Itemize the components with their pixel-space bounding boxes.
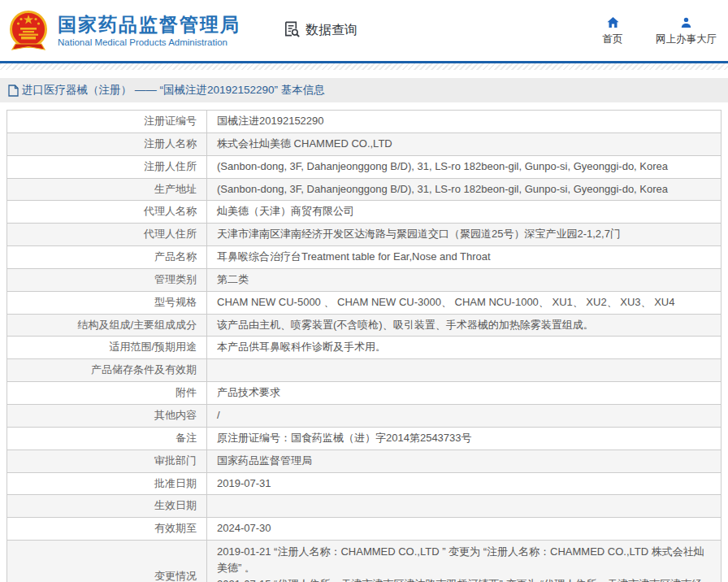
row-value: 第二类 bbox=[207, 268, 722, 291]
row-value: (Sanbon-dong, 3F, Dahanjeonggong B/D), 3… bbox=[207, 155, 722, 178]
home-icon bbox=[606, 15, 620, 29]
data-query-icon bbox=[283, 20, 301, 41]
site-header: 国家药品监督管理局 National Medical Products Admi… bbox=[0, 0, 728, 61]
user-icon bbox=[679, 15, 693, 29]
table-row: 注册证编号国械注进20192152290 bbox=[7, 111, 722, 133]
row-value bbox=[207, 495, 722, 518]
row-value: 2024-07-30 bbox=[207, 518, 722, 541]
table-row: 批准日期2019-07-31 bbox=[7, 472, 722, 495]
row-value: 灿美德（天津）商贸有限公司 bbox=[207, 201, 722, 224]
row-label: 注册人名称 bbox=[7, 132, 207, 155]
table-row: 附件产品技术要求 bbox=[7, 382, 722, 405]
table-row: 变更情况2019-01-21 “注册人名称：CHAMMED CO.,LTD ” … bbox=[7, 541, 722, 582]
table-row: 代理人住所天津市津南区津南经济开发区达海路与聚园道交口（聚园道25号）深宝产业园… bbox=[7, 224, 722, 246]
row-label: 附件 bbox=[7, 382, 207, 405]
site-title-block: 国家药品监督管理局 National Medical Products Admi… bbox=[58, 14, 240, 47]
row-value: (Sanbon-dong, 3F, Dahanjeonggong B/D), 3… bbox=[207, 178, 722, 201]
row-label: 结构及组成/主要组成成分 bbox=[7, 314, 207, 337]
table-row: 备注原注册证编号：国食药监械（进）字2014第2543733号 bbox=[7, 427, 722, 450]
row-label: 变更情况 bbox=[7, 541, 207, 582]
row-value: 国械注进20192152290 bbox=[207, 111, 722, 133]
row-label: 审批部门 bbox=[7, 450, 207, 472]
site-title-cn: 国家药品监督管理局 bbox=[58, 14, 240, 35]
nav-service-hall[interactable]: 网上办事大厅 bbox=[656, 15, 717, 46]
row-label: 代理人住所 bbox=[7, 224, 207, 246]
table-row: 产品储存条件及有效期 bbox=[7, 359, 722, 382]
row-value: 国家药品监督管理局 bbox=[207, 450, 722, 472]
row-label: 生效日期 bbox=[7, 495, 207, 518]
header-right-nav: 首页 网上办事大厅 bbox=[599, 15, 717, 46]
row-label: 批准日期 bbox=[7, 472, 207, 495]
table-row: 管理类别第二类 bbox=[7, 268, 722, 291]
table-row: 适用范围/预期用途本产品供耳鼻喉科作诊断及手术用。 bbox=[7, 337, 722, 359]
data-query-label: 数据查询 bbox=[306, 22, 358, 39]
row-label: 注册证编号 bbox=[7, 111, 207, 133]
row-value: 原注册证编号：国食药监械（进）字2014第2543733号 bbox=[207, 427, 722, 450]
row-value: CHAM NEW CU-5000 、 CHAM NEW CU-3000、 CHA… bbox=[207, 291, 722, 314]
row-value: 耳鼻喉综合治疗台Treatment table for Ear,Nose and… bbox=[207, 246, 722, 269]
nav-service-hall-label: 网上办事大厅 bbox=[656, 33, 717, 46]
nmpa-emblem-logo[interactable] bbox=[6, 8, 50, 54]
row-value bbox=[207, 359, 722, 382]
row-value: 2019-07-31 bbox=[207, 472, 722, 495]
row-value: / bbox=[207, 404, 722, 427]
breadcrumb: 进口医疗器械（注册） —— “国械注进20192152290” 基本信息 bbox=[0, 78, 728, 102]
registration-info-table: 注册证编号国械注进20192152290注册人名称株式会社灿美德 CHAMMED… bbox=[6, 110, 722, 582]
row-value: 本产品供耳鼻喉科作诊断及手术用。 bbox=[207, 337, 722, 359]
table-row: 代理人名称灿美德（天津）商贸有限公司 bbox=[7, 201, 722, 224]
document-icon bbox=[8, 85, 19, 97]
table-row: 型号规格CHAM NEW CU-5000 、 CHAM NEW CU-3000、… bbox=[7, 291, 722, 314]
table-row: 结构及组成/主要组成成分该产品由主机、喷雾装置(不含喷枪)、吸引装置、手术器械的… bbox=[7, 314, 722, 337]
row-label: 备注 bbox=[7, 427, 207, 450]
table-row: 注册人住所(Sanbon-dong, 3F, Dahanjeonggong B/… bbox=[7, 155, 722, 178]
row-value: 该产品由主机、喷雾装置(不含喷枪)、吸引装置、手术器械的加热除雾装置组成。 bbox=[207, 314, 722, 337]
row-label: 管理类别 bbox=[7, 268, 207, 291]
table-row: 生效日期 bbox=[7, 495, 722, 518]
row-label: 型号规格 bbox=[7, 291, 207, 314]
table-row: 有效期至2024-07-30 bbox=[7, 518, 722, 541]
row-value: 株式会社灿美德 CHAMMED CO.,LTD bbox=[207, 132, 722, 155]
row-label: 有效期至 bbox=[7, 518, 207, 541]
nav-home[interactable]: 首页 bbox=[599, 15, 626, 46]
row-label: 产品储存条件及有效期 bbox=[7, 359, 207, 382]
site-title-en: National Medical Products Administration bbox=[58, 37, 240, 47]
hatch-band bbox=[0, 63, 728, 70]
row-label: 其他内容 bbox=[7, 404, 207, 427]
row-label: 适用范围/预期用途 bbox=[7, 337, 207, 359]
breadcrumb-text: 进口医疗器械（注册） —— “国械注进20192152290” 基本信息 bbox=[22, 83, 325, 98]
row-value: 2019-01-21 “注册人名称：CHAMMED CO.,LTD ” 变更为 … bbox=[207, 541, 722, 582]
table-row: 审批部门国家药品监督管理局 bbox=[7, 450, 722, 472]
row-value: 产品技术要求 bbox=[207, 382, 722, 405]
table-row: 产品名称耳鼻喉综合治疗台Treatment table for Ear,Nose… bbox=[7, 246, 722, 269]
table-row: 注册人名称株式会社灿美德 CHAMMED CO.,LTD bbox=[7, 132, 722, 155]
nav-home-label: 首页 bbox=[603, 33, 623, 46]
table-row: 生产地址(Sanbon-dong, 3F, Dahanjeonggong B/D… bbox=[7, 178, 722, 201]
table-row: 其他内容/ bbox=[7, 404, 722, 427]
row-label: 代理人名称 bbox=[7, 201, 207, 224]
row-value: 天津市津南区津南经济开发区达海路与聚园道交口（聚园道25号）深宝产业园2-1,2… bbox=[207, 224, 722, 246]
row-label: 生产地址 bbox=[7, 178, 207, 201]
row-label: 产品名称 bbox=[7, 246, 207, 269]
row-label: 注册人住所 bbox=[7, 155, 207, 178]
data-query-nav[interactable]: 数据查询 bbox=[283, 20, 358, 41]
